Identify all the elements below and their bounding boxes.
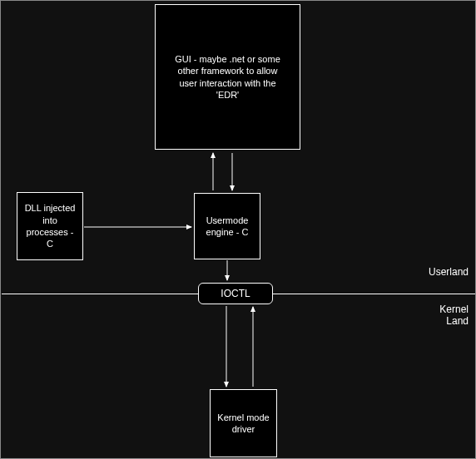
box-ioctl-label: IOCTL — [221, 288, 250, 299]
box-kernel-label: Kernel mode driver — [216, 412, 271, 436]
box-usermode-label: Usermode engine - C — [200, 215, 255, 239]
region-kernelland-label: Kernel Land — [431, 304, 469, 327]
box-dll: DLL injected into processes - C — [17, 192, 83, 260]
region-userland-label: Userland — [429, 266, 469, 278]
box-dll-label: DLL injected into processes - C — [22, 202, 77, 249]
diagram-canvas: GUI - maybe .net or some other framework… — [0, 0, 476, 459]
box-gui-label: GUI - maybe .net or some other framework… — [170, 53, 286, 101]
box-kernel: Kernel mode driver — [210, 389, 277, 457]
divider-left — [2, 294, 198, 294]
box-gui: GUI - maybe .net or some other framework… — [155, 4, 300, 150]
divider-right — [273, 294, 475, 294]
box-usermode: Usermode engine - C — [194, 193, 260, 259]
box-ioctl: IOCTL — [198, 283, 273, 304]
